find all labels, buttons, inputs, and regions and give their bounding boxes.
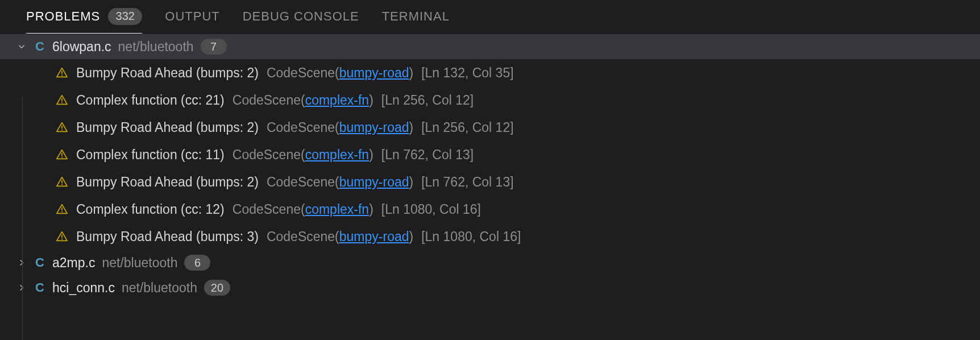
file-problem-count-badge: 6: [184, 255, 210, 271]
problem-row[interactable]: Complex function (cc: 12)CodeScene(compl…: [0, 196, 980, 223]
problem-message: Bumpy Road Ahead (bumps: 2): [76, 65, 259, 81]
file-folder: net/bluetooth: [118, 39, 194, 55]
svg-point-13: [61, 239, 63, 240]
svg-point-11: [61, 212, 63, 213]
problem-location: [Ln 1080, Col 16]: [381, 202, 481, 217]
problem-source: CodeScene(bumpy-road): [267, 120, 413, 135]
problem-location: [Ln 132, Col 35]: [421, 65, 513, 81]
problem-rule-link[interactable]: bumpy-road: [339, 175, 409, 189]
c-file-icon: C: [34, 39, 45, 54]
problem-location: [Ln 256, Col 12]: [381, 93, 474, 108]
problem-rule-link[interactable]: complex-fn: [305, 202, 369, 217]
file-problem-count-badge: 20: [204, 280, 230, 296]
problem-message: Complex function (cc: 12): [76, 202, 225, 217]
problem-message: Complex function (cc: 21): [76, 93, 225, 108]
problem-location: [Ln 1080, Col 16]: [421, 229, 521, 244]
warning-icon: [56, 148, 68, 161]
problem-rule-link[interactable]: complex-fn: [305, 93, 369, 107]
problem-row[interactable]: Bumpy Road Ahead (bumps: 2)CodeScene(bum…: [0, 168, 980, 196]
tab-problems[interactable]: PROBLEMS 332: [26, 8, 142, 34]
c-file-icon: C: [34, 255, 45, 270]
tab-terminal-label: TERMINAL: [382, 9, 450, 24]
chevron-right-icon[interactable]: [16, 282, 27, 293]
problem-row[interactable]: Bumpy Road Ahead (bumps: 3)CodeScene(bum…: [0, 223, 980, 250]
warning-icon: [56, 203, 68, 215]
panel-tabs: PROBLEMS 332 OUTPUT DEBUG CONSOLE TERMIN…: [0, 0, 980, 34]
problem-message: Bumpy Road Ahead (bumps: 3): [76, 229, 259, 244]
problem-message: Bumpy Road Ahead (bumps: 2): [76, 120, 259, 135]
chevron-right-icon[interactable]: [16, 257, 27, 268]
file-name: 6lowpan.c: [52, 39, 111, 55]
indent-guide: [22, 97, 23, 340]
warning-icon: [56, 121, 68, 134]
problem-message: Bumpy Road Ahead (bumps: 2): [76, 175, 259, 190]
file-row[interactable]: C6lowpan.cnet/bluetooth7: [0, 34, 980, 59]
problem-message: Complex function (cc: 11): [76, 147, 225, 163]
svg-point-3: [61, 102, 63, 103]
problem-rule-link[interactable]: complex-fn: [305, 147, 369, 162]
problem-location: [Ln 762, Col 13]: [421, 175, 513, 190]
problem-source: CodeScene(bumpy-road): [267, 229, 413, 244]
problem-rule-link[interactable]: bumpy-road: [339, 65, 409, 80]
svg-point-1: [61, 75, 63, 76]
problem-row[interactable]: Complex function (cc: 11)CodeScene(compl…: [0, 141, 980, 168]
problem-source: CodeScene(bumpy-road): [267, 175, 413, 190]
warning-icon: [56, 230, 68, 243]
problem-source: CodeScene(complex-fn): [232, 93, 373, 108]
problem-source: CodeScene(complex-fn): [232, 147, 373, 163]
warning-icon: [56, 94, 68, 106]
tab-output[interactable]: OUTPUT: [165, 9, 219, 32]
problem-row[interactable]: Bumpy Road Ahead (bumps: 2)CodeScene(bum…: [0, 114, 980, 141]
file-problem-count-badge: 7: [201, 39, 227, 55]
tab-terminal[interactable]: TERMINAL: [382, 9, 450, 32]
tab-debug-console-label: DEBUG CONSOLE: [243, 9, 359, 24]
problem-source: CodeScene(complex-fn): [232, 202, 373, 217]
chevron-down-icon[interactable]: [16, 41, 27, 52]
file-name: a2mp.c: [52, 255, 95, 271]
file-name: hci_conn.c: [52, 280, 115, 296]
file-folder: net/bluetooth: [102, 255, 177, 271]
problems-tree[interactable]: C6lowpan.cnet/bluetooth7Bumpy Road Ahead…: [0, 34, 980, 340]
problem-location: [Ln 762, Col 13]: [381, 147, 474, 163]
tab-problems-label: PROBLEMS: [26, 9, 100, 24]
tab-debug-console[interactable]: DEBUG CONSOLE: [243, 9, 359, 32]
svg-point-7: [61, 157, 63, 158]
problem-row[interactable]: Bumpy Road Ahead (bumps: 2)CodeScene(bum…: [0, 59, 980, 86]
problem-rule-link[interactable]: bumpy-road: [339, 229, 409, 244]
file-row[interactable]: Ca2mp.cnet/bluetooth6: [0, 250, 980, 275]
svg-point-9: [61, 184, 63, 185]
problem-source: CodeScene(bumpy-road): [267, 65, 413, 81]
svg-point-5: [61, 130, 63, 131]
problem-location: [Ln 256, Col 12]: [421, 120, 513, 135]
tab-output-label: OUTPUT: [165, 9, 219, 24]
problems-count-badge: 332: [108, 8, 142, 25]
warning-icon: [56, 67, 68, 79]
file-folder: net/bluetooth: [122, 280, 197, 296]
problems-panel: PROBLEMS 332 OUTPUT DEBUG CONSOLE TERMIN…: [0, 0, 980, 340]
problem-rule-link[interactable]: bumpy-road: [339, 120, 409, 135]
file-row[interactable]: Chci_conn.cnet/bluetooth20: [0, 275, 980, 300]
warning-icon: [56, 176, 68, 188]
problem-row[interactable]: Complex function (cc: 21)CodeScene(compl…: [0, 86, 980, 114]
c-file-icon: C: [34, 280, 45, 295]
